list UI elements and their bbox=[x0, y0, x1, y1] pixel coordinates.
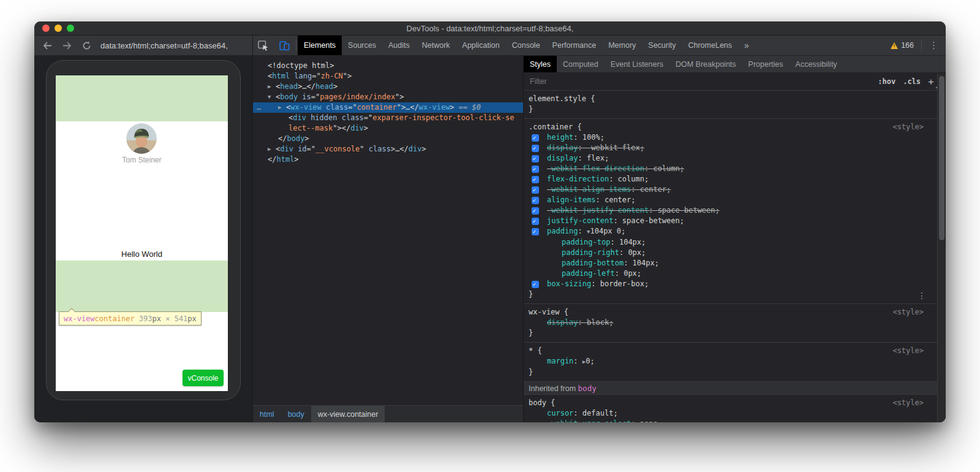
window-titlebar[interactable]: DevTools - data:text/html;charset=utf-8;… bbox=[34, 21, 946, 36]
inspect-element-icon[interactable] bbox=[253, 36, 274, 55]
dom-node-html-open[interactable]: <html lang="zh-CN"> bbox=[253, 71, 523, 82]
css-property-flex-direction[interactable]: flex-direction: column; bbox=[524, 174, 937, 185]
device-screen[interactable]: Tom Steiner Hello World wx-viewcontainer… bbox=[56, 75, 228, 391]
dom-node-vconsole-div[interactable]: ▶<div id="__vconsole" class>…</div> bbox=[253, 144, 523, 154]
style-source-link[interactable]: <style> bbox=[892, 122, 924, 132]
styles-tab-bar: StylesComputedEvent ListenersDOM Breakpo… bbox=[524, 56, 946, 73]
property-checkbox[interactable] bbox=[532, 155, 539, 162]
sidebar-tab-event-listeners[interactable]: Event Listeners bbox=[605, 56, 669, 72]
property-checkbox[interactable] bbox=[532, 218, 539, 225]
css-property-display[interactable]: display: -webkit-flex; bbox=[524, 143, 937, 153]
dom-node-html-close[interactable]: </html> bbox=[253, 154, 523, 165]
css-property--webkit-align-items[interactable]: -webkit-align-items: center; bbox=[524, 185, 937, 195]
breadcrumb-body[interactable]: body bbox=[281, 406, 311, 422]
devtools-tab-memory[interactable]: Memory bbox=[602, 36, 642, 55]
dom-node-mask-div[interactable]: <div hidden class="exparser-inspector-to… bbox=[253, 113, 523, 134]
expand-arrow-icon[interactable]: ▼ bbox=[268, 92, 276, 102]
css-property-cursor[interactable]: cursor: default; bbox=[524, 408, 937, 419]
toolbar-divider bbox=[296, 40, 296, 51]
css-property-height[interactable]: height: 100%; bbox=[524, 132, 937, 143]
sidebar-tab-computed[interactable]: Computed bbox=[557, 56, 605, 72]
property-checkbox[interactable] bbox=[532, 186, 539, 194]
rule-selector[interactable]: body { bbox=[524, 398, 937, 408]
property-checkbox[interactable] bbox=[532, 134, 539, 142]
devtools-tab-application[interactable]: Application bbox=[456, 36, 506, 55]
property-checkbox[interactable] bbox=[532, 207, 539, 215]
devtools-tab-performance[interactable]: Performance bbox=[546, 36, 603, 55]
inherited-from-label: Inherited from bbox=[529, 384, 578, 393]
style-source-link[interactable]: <style> bbox=[892, 307, 924, 318]
avatar-name-label: Tom Steiner bbox=[56, 156, 228, 164]
rule-selector[interactable]: wx-view { bbox=[524, 307, 937, 318]
css-property-display[interactable]: display: flex; bbox=[524, 153, 937, 164]
property-checkbox[interactable] bbox=[532, 281, 539, 288]
devtools-tab-audits[interactable]: Audits bbox=[382, 36, 416, 55]
css-property--webkit-user-select[interactable]: -webkit-user-select: none; bbox=[524, 419, 937, 422]
devtools-tab-sources[interactable]: Sources bbox=[342, 36, 382, 55]
devtools-tab-chromelens[interactable]: ChromeLens bbox=[682, 36, 738, 55]
devtools-tab-elements[interactable]: Elements bbox=[298, 36, 342, 55]
dom-node-wx-view[interactable]: …▶<wx-view class="container">…</wx-view>… bbox=[253, 102, 523, 113]
css-property-padding-top[interactable]: padding-top: 104px; bbox=[524, 237, 937, 248]
address-bar[interactable]: data:text/html;charset=utf-8;base64, bbox=[100, 41, 228, 50]
css-property-padding-right[interactable]: padding-right: 0px; bbox=[524, 248, 937, 258]
property-checkbox[interactable] bbox=[532, 197, 539, 204]
style-source-link[interactable]: <style> bbox=[892, 346, 924, 356]
toggle-cls-button[interactable]: .cls bbox=[903, 77, 921, 86]
warning-badge[interactable]: 166 bbox=[884, 36, 920, 55]
styles-scrollbar-thumb[interactable] bbox=[939, 76, 944, 240]
rule-body: body {<style>cursor: default;-webkit-use… bbox=[524, 395, 937, 422]
devtools-tab-console[interactable]: Console bbox=[506, 36, 546, 55]
back-icon[interactable] bbox=[42, 40, 53, 50]
dom-node-body-open[interactable]: ▼<body is="pages/index/index"> bbox=[253, 92, 523, 102]
css-property--webkit-flex-direction[interactable]: -webkit-flex-direction: column; bbox=[524, 164, 937, 174]
rule-menu-icon[interactable]: ⋮ bbox=[918, 291, 926, 301]
sidebar-tab-dom-breakpoints[interactable]: DOM Breakpoints bbox=[669, 56, 742, 72]
vconsole-button[interactable]: vConsole bbox=[183, 370, 224, 386]
expand-arrow-icon[interactable]: ▶ bbox=[278, 102, 286, 113]
forward-icon[interactable] bbox=[61, 40, 72, 50]
css-property-box-sizing[interactable]: box-sizing: border-box; bbox=[524, 279, 937, 289]
property-checkbox[interactable] bbox=[532, 176, 539, 183]
dom-node-head[interactable]: ▶<head>…</head> bbox=[253, 82, 523, 92]
css-property--webkit-justify-content[interactable]: -webkit-justify-content: space-between; bbox=[524, 205, 937, 216]
rule-container: .container {<style>height: 100%;display:… bbox=[524, 118, 937, 303]
dom-node-doctype[interactable]: <!doctype html> bbox=[253, 61, 523, 71]
rule-wx-view: wx-view {<style>display: block;} bbox=[524, 303, 937, 342]
sidebar-tab-properties[interactable]: Properties bbox=[742, 56, 790, 72]
sidebar-tab-styles[interactable]: Styles bbox=[524, 56, 557, 72]
dom-node-body-close[interactable]: </body> bbox=[253, 134, 523, 144]
css-property-padding-left[interactable]: padding-left: 0px; bbox=[524, 268, 937, 279]
more-tabs-button[interactable]: » bbox=[738, 36, 755, 55]
style-source-link[interactable]: <style> bbox=[892, 398, 924, 408]
rule-selector[interactable]: * { bbox=[524, 346, 937, 356]
css-property-padding-bottom[interactable]: padding-bottom: 104px; bbox=[524, 258, 937, 268]
inherited-from-body-link[interactable]: body bbox=[578, 384, 597, 393]
property-checkbox[interactable] bbox=[532, 166, 539, 173]
devtools-tab-network[interactable]: Network bbox=[416, 36, 456, 55]
toggle-hov-button[interactable]: :hov bbox=[878, 77, 895, 86]
property-checkbox[interactable] bbox=[532, 228, 539, 235]
devtools-tab-security[interactable]: Security bbox=[642, 36, 682, 55]
styles-scrollbar[interactable] bbox=[937, 74, 946, 422]
rule-selector[interactable]: element.style { bbox=[524, 94, 937, 104]
breadcrumb-html[interactable]: html bbox=[253, 406, 281, 422]
css-property-padding[interactable]: padding: ▼104px 0; bbox=[524, 226, 937, 237]
sidebar-tab-accessibility[interactable]: Accessibility bbox=[790, 56, 843, 72]
device-toolbar-icon[interactable] bbox=[274, 36, 295, 55]
node-menu-dots[interactable]: … bbox=[257, 102, 261, 113]
property-checkbox[interactable] bbox=[532, 145, 539, 152]
rule-selector[interactable]: .container { bbox=[524, 122, 937, 132]
css-property-justify-content[interactable]: justify-content: space-between; bbox=[524, 216, 937, 226]
css-property-display[interactable]: display: block; bbox=[524, 318, 937, 328]
expand-arrow-icon[interactable]: ▶ bbox=[268, 82, 276, 92]
new-style-rule-button[interactable]: + bbox=[928, 77, 937, 87]
styles-filter-input[interactable] bbox=[530, 77, 870, 86]
hello-world-label: Hello World bbox=[56, 249, 228, 259]
css-property-margin[interactable]: margin: ▶0; bbox=[524, 356, 937, 367]
expand-arrow-icon[interactable]: ▶ bbox=[268, 144, 276, 154]
css-property-align-items[interactable]: align-items: center; bbox=[524, 195, 937, 205]
breadcrumb-wx-view-container[interactable]: wx-view.container bbox=[311, 406, 385, 422]
reload-icon[interactable] bbox=[81, 40, 92, 50]
devtools-menu-icon[interactable]: ⋮ bbox=[923, 36, 946, 55]
